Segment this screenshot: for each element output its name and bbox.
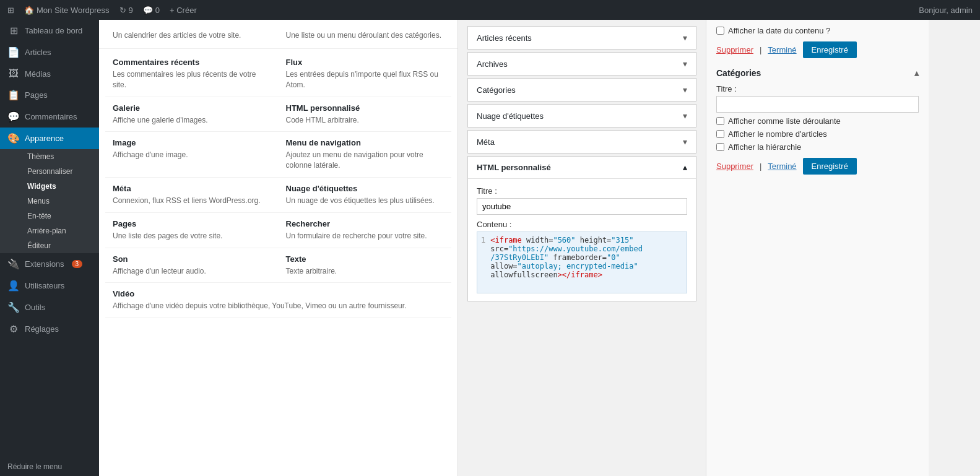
categories-action-row: Supprimer | Terminé Enregistré	[716, 158, 919, 175]
separator: |	[760, 45, 761, 54]
categories-label: Catégories	[477, 85, 516, 95]
sidebar-item-personnaliser[interactable]: Personnaliser	[20, 164, 99, 179]
widget-desc: Affichage d'une vidéo depuis votre bibli…	[113, 301, 444, 311]
arriere-plan-label: Arrière-plan	[27, 227, 66, 235]
sidebar-nav: ⊞ Tableau de bord 📄 Articles 🖼 Médias 📋 …	[0, 20, 99, 457]
widget-grid: Commentaires récents Les commentaires le…	[99, 51, 457, 318]
widget-item-menu-nav[interactable]: Menu de navigation Ajoutez un menu de na…	[279, 132, 452, 178]
utilisateurs-label: Utilisateurs	[25, 281, 64, 290]
topbar-left: ⊞ 🏠 Mon Site Wordpress ↻ 9 💬 0 + Créer	[7, 6, 197, 15]
sidebar-reduire[interactable]: Réduire le menu	[0, 457, 99, 476]
html-custom-label: HTML personnalisé	[477, 163, 551, 172]
sidebar-item-reglages[interactable]: ⚙ Réglages	[0, 318, 99, 340]
editeur-label: Éditeur	[27, 241, 51, 250]
widget-item-rechercher[interactable]: Rechercher Un formulaire de recherche po…	[279, 213, 452, 248]
outils-icon: 🔧	[7, 301, 20, 313]
cb-dropdown[interactable]	[716, 117, 724, 125]
widget-title: Flux	[286, 58, 444, 67]
html-custom-widget: HTML personnalisé ▴ Titre : Contenu : 1 …	[467, 156, 696, 301]
updates-link[interactable]: ↻ 9	[119, 6, 133, 15]
sidebar-item-editeur[interactable]: Éditeur	[20, 238, 99, 253]
html-widget-header[interactable]: HTML personnalisé ▴	[468, 157, 696, 179]
widget-title: Pages	[113, 219, 271, 228]
widget-row-meta[interactable]: Méta ▾	[467, 130, 696, 154]
widget-item-html[interactable]: HTML personnalisé Code HTML arbitraire.	[279, 97, 452, 132]
widget-item-commentaires-recents[interactable]: Commentaires récents Les commentaires le…	[105, 51, 279, 97]
top-termine-link[interactable]: Terminé	[768, 45, 796, 54]
top-supprimer-link[interactable]: Supprimer	[716, 45, 753, 54]
sidebar-item-dashboard[interactable]: ⊞ Tableau de bord	[0, 20, 99, 41]
comments-link[interactable]: 💬 0	[143, 6, 160, 15]
html-content-label: Contenu :	[477, 220, 687, 229]
categories-supprimer-link[interactable]: Supprimer	[716, 162, 753, 171]
updates-count: 9	[129, 6, 133, 15]
sidebar-item-articles[interactable]: 📄 Articles	[0, 41, 99, 63]
widget-row-articles-recents[interactable]: Articles récents ▾	[467, 26, 696, 50]
topbar-right: Bonjour, admin	[919, 6, 973, 15]
html-title-input[interactable]	[477, 198, 687, 215]
top-action-row: Supprimer | Terminé Enregistré	[716, 41, 919, 58]
code-editor[interactable]: 1 <iframe width="560" height="315" src="…	[477, 232, 687, 293]
widget-item-son[interactable]: Son Affichage d'un lecteur audio.	[105, 248, 279, 283]
widget-item-nuage[interactable]: Nuage d'étiquettes Un nuage de vos étiqu…	[279, 178, 452, 213]
afficher-date-row: Afficher la date du contenu ?	[716, 26, 919, 35]
sidebar-item-widgets[interactable]: Widgets	[20, 179, 99, 194]
widget-item-flux[interactable]: Flux Les entrées depuis n'importe quel f…	[279, 51, 452, 97]
html-widget-body: Titre : Contenu : 1 <iframe width="560" …	[468, 179, 696, 301]
code-val-width: "560"	[553, 236, 575, 244]
widget-row-archives[interactable]: Archives ▾	[467, 52, 696, 76]
code-attr-frameborder: frameborder=	[553, 253, 607, 262]
chevron-down-icon: ▾	[683, 33, 687, 43]
widget-item-image[interactable]: Image Affichage d'une image.	[105, 132, 279, 178]
code-line-numbers: 1	[481, 236, 490, 289]
widget-item-meta[interactable]: Méta Connexion, flux RSS et liens WordPr…	[105, 178, 279, 213]
categories-section: Catégories ▴ Titre : Afficher comme list…	[716, 68, 919, 175]
categories-title-input[interactable]	[716, 96, 919, 113]
sidebar-item-apparence[interactable]: 🎨 Apparence	[0, 128, 99, 149]
code-val-height: "315"	[611, 236, 633, 244]
categories-enregistre-button[interactable]: Enregistré	[803, 158, 857, 175]
code-attr-width: width=	[526, 236, 553, 244]
admin-label[interactable]: Bonjour, admin	[919, 6, 973, 15]
widget-item-pages[interactable]: Pages Une liste des pages de votre site.	[105, 213, 279, 248]
checkbox-row-count: Afficher le nombre d'articles	[716, 129, 919, 139]
sidebar-item-en-tete[interactable]: En-tête	[20, 209, 99, 223]
cb-hierarchy[interactable]	[716, 143, 724, 151]
sidebar-item-pages[interactable]: 📋 Pages	[0, 84, 99, 106]
chevron-down-icon: ▾	[683, 111, 687, 121]
site-link[interactable]: 🏠 Mon Site Wordpress	[24, 6, 110, 15]
widget-row-nuage[interactable]: Nuage d'étiquettes ▾	[467, 104, 696, 128]
widget-item-video[interactable]: Vidéo Affichage d'une vidéo depuis votre…	[105, 283, 451, 318]
widget-desc: Texte arbitraire.	[286, 266, 444, 277]
sidebar-item-extensions[interactable]: 🔌 Extensions 3	[0, 253, 99, 275]
sidebar-item-medias[interactable]: 🖼 Médias	[0, 63, 99, 84]
widget-row-categories[interactable]: Catégories ▾	[467, 78, 696, 102]
apparence-label: Apparence	[25, 134, 64, 143]
code-tag-open: <iframe	[490, 236, 522, 244]
nuage-label: Nuage d'étiquettes	[477, 111, 544, 121]
widget-desc: Affichage d'un lecteur audio.	[113, 266, 271, 277]
widget-item-galerie[interactable]: Galerie Affiche une galerie d'images.	[105, 97, 279, 132]
reglages-label: Réglages	[25, 324, 59, 334]
header-text-right: Une liste ou un menu déroulant des catég…	[279, 26, 452, 45]
medias-label: Médias	[25, 69, 51, 79]
top-enregistre-button[interactable]: Enregistré	[803, 41, 857, 58]
site-name: Mon Site Wordpress	[37, 6, 110, 15]
wp-logo[interactable]: ⊞	[7, 6, 14, 15]
code-attr-src: src=	[490, 244, 508, 253]
widget-desc: Un nuage de vos étiquettes les plus util…	[286, 196, 444, 206]
checkbox-row-dropdown: Afficher comme liste déroulante	[716, 116, 919, 126]
sidebar-item-commentaires[interactable]: 💬 Commentaires	[0, 106, 99, 128]
comments-icon: 💬	[143, 6, 153, 15]
sidebar-item-arriere-plan[interactable]: Arrière-plan	[20, 223, 99, 238]
categories-termine-link[interactable]: Terminé	[768, 162, 796, 171]
sidebar-item-themes[interactable]: Thèmes	[20, 149, 99, 164]
sidebar-item-menus[interactable]: Menus	[20, 194, 99, 209]
widget-item-texte[interactable]: Texte Texte arbitraire.	[279, 248, 452, 283]
sidebar-item-outils[interactable]: 🔧 Outils	[0, 296, 99, 318]
create-button[interactable]: + Créer	[170, 6, 197, 15]
afficher-date-checkbox[interactable]	[716, 27, 724, 35]
code-val-frameborder: "0"	[607, 253, 620, 262]
sidebar-item-utilisateurs[interactable]: 👤 Utilisateurs	[0, 275, 99, 296]
cb-count[interactable]	[716, 130, 724, 138]
